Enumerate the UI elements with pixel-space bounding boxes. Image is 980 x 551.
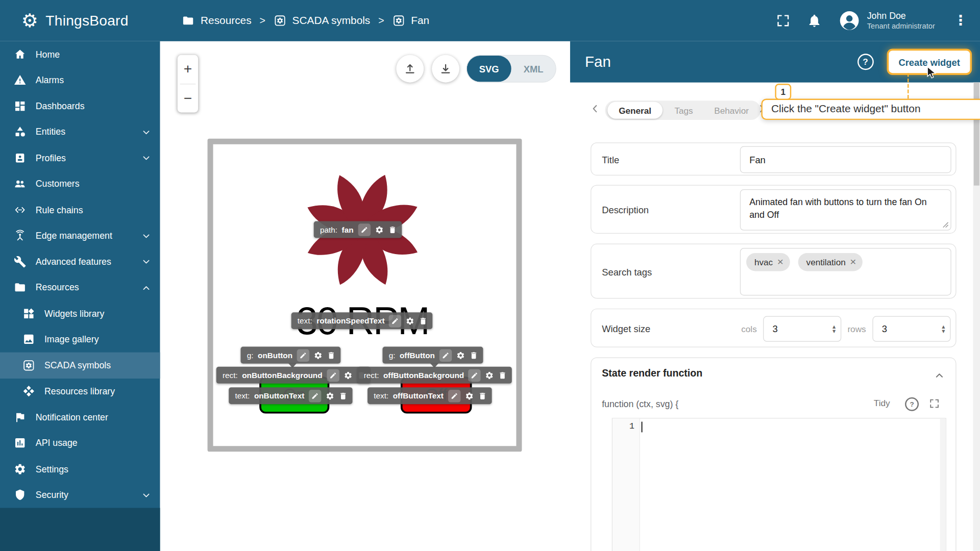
edit-button[interactable] <box>358 223 370 236</box>
stepper-down-icon[interactable]: ▾ <box>942 329 945 333</box>
settings-button[interactable] <box>456 351 464 360</box>
thingsboard-app: ⚙ ThingsBoard Resources > SCADA symbols … <box>0 0 980 551</box>
delete-button[interactable] <box>478 391 486 400</box>
scada-icon <box>274 14 286 27</box>
tag-chip-ventilation[interactable]: ventilation × <box>798 253 863 271</box>
tab-tags[interactable]: Tags <box>665 102 702 119</box>
settings-button[interactable] <box>485 371 494 380</box>
resize-handle-icon[interactable] <box>943 222 949 228</box>
fullscreen-icon[interactable] <box>776 13 791 28</box>
sidebar-item-label: Rule chains <box>36 205 83 215</box>
edit-button[interactable] <box>448 389 460 402</box>
gear-icon <box>344 371 352 380</box>
rows-input[interactable]: 3 ▴▾ <box>872 316 950 342</box>
zoom-out-button[interactable]: − <box>178 84 198 113</box>
sidebar-item-resources-library[interactable]: Resources library <box>0 378 160 404</box>
sidebar-item-home[interactable]: Home <box>0 41 160 67</box>
tag-pill-off-button-group[interactable]: g:offButton <box>382 347 483 364</box>
delete-button[interactable] <box>498 371 507 380</box>
chip-remove-icon[interactable]: × <box>850 257 856 267</box>
sidebar-item-label: Alarms <box>36 75 64 85</box>
edit-button[interactable] <box>297 349 309 361</box>
settings-button[interactable] <box>375 225 383 234</box>
tag-pill-on-button-background[interactable]: rect:onButtonBackground <box>216 367 371 384</box>
tab-behavior[interactable]: Behavior <box>705 102 758 119</box>
sidebar-item-image-gallery[interactable]: Image gallery <box>0 327 160 353</box>
sidebar-item-advanced-features[interactable]: Advanced features <box>0 248 160 274</box>
sidebar-item-api-usage[interactable]: API usage <box>0 430 160 456</box>
home-icon <box>14 48 26 60</box>
sidebar-item-alarms[interactable]: Alarms <box>0 67 160 93</box>
gear-icon <box>14 463 26 475</box>
cols-input[interactable]: 3 ▴▾ <box>763 316 841 342</box>
rule-chains-icon <box>14 204 26 216</box>
panel-scrollbar-thumb[interactable] <box>974 83 979 186</box>
top-bar-actions: John Doe Tenant administrator ⋮ <box>776 9 980 32</box>
tag-pill-rotation-speed-text[interactable]: text:rotationSpeedText <box>291 312 433 329</box>
tag-pill-off-button-background[interactable]: rect:offButtonBackground <box>357 367 512 384</box>
sidebar-item-edge-management[interactable]: Edge management <box>0 223 160 249</box>
code-help-icon[interactable]: ? <box>905 397 919 411</box>
description-textarea[interactable]: Animated fan with buttons to turn the fa… <box>740 189 951 231</box>
delete-button[interactable] <box>388 225 397 234</box>
settings-button[interactable] <box>465 391 474 400</box>
cols-stepper[interactable]: ▴▾ <box>832 325 836 333</box>
edit-button[interactable] <box>439 349 451 361</box>
tabs-scroll-left-icon[interactable] <box>589 103 601 115</box>
sidebar-item-scada-symbols[interactable]: SCADA symbols <box>0 353 160 379</box>
tag-chip-hvac[interactable]: hvac × <box>746 253 790 271</box>
settings-button[interactable] <box>406 316 414 325</box>
sidebar-item-rule-chains[interactable]: Rule chains <box>0 197 160 223</box>
panel-scrollbar[interactable] <box>973 83 980 551</box>
sidebar-item-entities[interactable]: Entities <box>0 119 160 145</box>
tag-pill-on-button-group[interactable]: g:onButton <box>240 347 340 364</box>
toggle-svg[interactable]: SVG <box>467 56 511 82</box>
chip-remove-icon[interactable]: × <box>777 257 783 267</box>
delete-button[interactable] <box>327 351 335 360</box>
settings-button[interactable] <box>314 351 323 360</box>
rows-value: 3 <box>882 323 887 334</box>
tidy-button[interactable]: Tidy <box>874 398 890 408</box>
zoom-in-button[interactable]: + <box>178 55 198 84</box>
upload-button[interactable] <box>396 55 424 83</box>
stepper-down-icon[interactable]: ▾ <box>832 329 836 333</box>
tag-pill-on-button-text[interactable]: text:onButtonText <box>229 387 352 404</box>
toggle-xml[interactable]: XML <box>511 56 556 82</box>
title-input[interactable]: Fan <box>740 146 951 173</box>
code-scrollbar[interactable] <box>940 418 946 551</box>
download-button[interactable] <box>432 55 459 83</box>
delete-button[interactable] <box>419 316 428 325</box>
code-editor[interactable]: 1 <box>612 418 946 551</box>
breadcrumb-fan[interactable]: Fan <box>393 14 430 27</box>
sidebar-item-customers[interactable]: Customers <box>0 171 160 197</box>
settings-button[interactable] <box>326 391 334 400</box>
kebab-menu-icon[interactable]: ⋮ <box>949 12 973 29</box>
notifications-bell-icon[interactable] <box>807 13 822 28</box>
collapse-chevron-up-icon[interactable] <box>933 369 945 382</box>
edit-button[interactable] <box>469 369 481 381</box>
sidebar-item-profiles[interactable]: Profiles <box>0 145 160 171</box>
edit-button[interactable] <box>389 315 401 327</box>
breadcrumb-scada-symbols[interactable]: SCADA symbols <box>274 14 370 27</box>
sidebar-item-label: Advanced features <box>36 257 111 267</box>
tab-general[interactable]: General <box>607 102 663 119</box>
sidebar-item-dashboards[interactable]: Dashboards <box>0 93 160 119</box>
edit-button[interactable] <box>309 389 321 402</box>
sidebar-item-notification-center[interactable]: Notification center <box>0 404 160 430</box>
sidebar-item-settings[interactable]: Settings <box>0 456 160 482</box>
settings-button[interactable] <box>344 371 352 380</box>
help-icon[interactable]: ? <box>857 54 874 70</box>
tag-pill-path-fan[interactable]: path:fan <box>314 221 402 238</box>
edit-button[interactable] <box>327 369 339 381</box>
sidebar-item-widgets-library[interactable]: Widgets library <box>0 300 160 327</box>
search-tags-input[interactable]: hvac × ventilation × <box>740 248 951 295</box>
delete-button[interactable] <box>469 351 478 360</box>
delete-button[interactable] <box>339 391 348 400</box>
avatar[interactable] <box>838 9 861 32</box>
rows-stepper[interactable]: ▴▾ <box>942 325 945 333</box>
sidebar-item-resources[interactable]: Resources <box>0 274 160 300</box>
tag-pill-off-button-text[interactable]: text:offButtonText <box>368 387 492 404</box>
sidebar-item-security[interactable]: Security <box>0 482 160 508</box>
breadcrumb-resources[interactable]: Resources <box>182 14 251 27</box>
code-fullscreen-icon[interactable] <box>929 398 940 409</box>
